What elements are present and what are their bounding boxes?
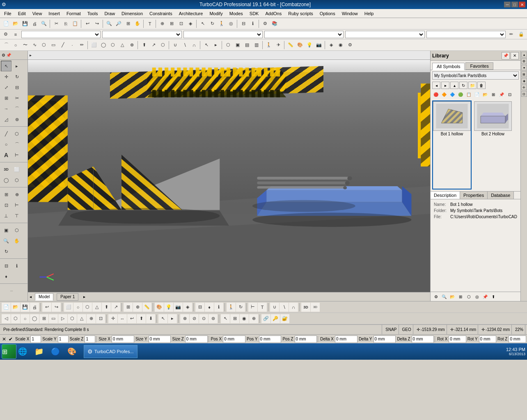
prop-side-btn[interactable]: ℹ (11, 260, 22, 271)
menu-window[interactable]: Window (339, 10, 361, 17)
lib-icon-btn-3[interactable]: 🔷 (449, 91, 456, 98)
walk-through-button[interactable]: 🚶 (264, 41, 273, 50)
more-tools-btn[interactable]: ··· (1, 285, 22, 296)
bt-light2[interactable]: 💡 (164, 303, 173, 312)
rect-button[interactable]: ▭ (49, 41, 58, 50)
3d-box-button[interactable]: ⬜ (89, 41, 99, 50)
lib-prop-tab[interactable]: Properties (460, 192, 488, 199)
lib-bt-6[interactable]: ◎ (473, 293, 481, 300)
zoom-in-button[interactable]: 🔍 (105, 19, 114, 28)
right-btn-7[interactable]: ⊡ (521, 91, 527, 97)
snap-perp-tool[interactable]: ⊥ (1, 210, 11, 221)
size-x-input[interactable]: 0 mm (112, 336, 134, 343)
line-side-tool[interactable]: ╱ (1, 128, 11, 139)
pos-x-input[interactable]: 0 mm (223, 336, 245, 343)
bt-save2[interactable]: 💾 (21, 303, 30, 312)
bt-print2[interactable]: 🖨 (30, 303, 39, 312)
bt-text2[interactable]: T (258, 303, 267, 312)
bt2-3[interactable]: ○ (21, 314, 30, 323)
light-button[interactable]: 💡 (305, 41, 314, 50)
menu-addons[interactable]: AddOns (262, 10, 285, 17)
bt2-vertex[interactable]: ▸ (168, 314, 177, 323)
bt2-14[interactable]: ↩ (127, 314, 136, 323)
menu-options[interactable]: Options (316, 10, 339, 17)
bt-redo2[interactable]: ↪ (52, 303, 61, 312)
lib-delete-btn[interactable]: 🗑 (477, 82, 486, 89)
orbit-button[interactable]: ◎ (227, 19, 236, 28)
menu-ruby[interactable]: Ruby scripts (285, 10, 316, 17)
bt-camera2[interactable]: 📷 (174, 303, 183, 312)
redo-button[interactable]: ↪ (92, 19, 101, 28)
bt2-20[interactable]: ⊚ (209, 314, 218, 323)
lib-db-tab[interactable]: Database (488, 192, 514, 199)
rotate-view-button[interactable]: ↻ (208, 19, 217, 28)
maximize-button[interactable]: □ (511, 2, 518, 7)
settings-small-button[interactable]: ⚙ (2, 30, 10, 39)
cyl-side-tool[interactable]: ⬡ (11, 175, 22, 185)
select-vertex-tool[interactable]: ▸ (211, 41, 220, 50)
lib-up-btn[interactable]: ▴ (450, 82, 458, 89)
rot-x-input[interactable]: 0 mm (449, 336, 466, 343)
3d-cone-button[interactable]: △ (118, 41, 127, 50)
lib-back-btn[interactable]: ◂ (432, 82, 440, 89)
scale-z-input[interactable]: 1 (85, 336, 95, 343)
bt-render2[interactable]: ◈ (183, 303, 192, 312)
library-item-bot2[interactable]: Bot 2 Hollow (473, 100, 513, 189)
right-btn-4[interactable]: ⊞ (521, 71, 527, 77)
bt-measure2[interactable]: 📏 (142, 303, 151, 312)
right-btn-1[interactable]: ▴ (521, 52, 527, 57)
bt2-9[interactable]: △ (77, 314, 86, 323)
bt2-13[interactable]: ↔ (118, 314, 127, 323)
rotate-tool[interactable]: ↻ (11, 71, 22, 82)
lib-icon-btn-6[interactable]: 📄 (473, 91, 481, 98)
bt-undo2[interactable]: ↩ (42, 303, 51, 312)
lib-icon-btn-4[interactable]: 🟢 (457, 91, 464, 98)
prop-button-2[interactable]: 🔒 (517, 30, 525, 39)
lib-icon-btn-7[interactable]: 📂 (481, 91, 489, 98)
lib-refresh-btn[interactable]: ↻ (459, 82, 467, 89)
style-select[interactable] (102, 31, 181, 38)
lib-close-btn[interactable]: ✕ (511, 52, 519, 59)
lib-icon-btn-1[interactable]: 🔴 (432, 91, 440, 98)
start-button[interactable]: ⊞ (2, 344, 16, 359)
render-settings-button[interactable]: ⚙ (346, 41, 355, 50)
bt-sym2[interactable]: ♦ (205, 303, 214, 312)
lib-icon-btn-8[interactable]: ⊞ (490, 91, 497, 98)
right-btn-3[interactable]: ▾ (521, 65, 527, 71)
bt-3dlabel2[interactable]: 3D (311, 303, 320, 312)
tab-paper1[interactable]: Paper 1 (57, 293, 78, 301)
pos-y-input[interactable]: 0 mm (259, 336, 282, 343)
view-front-button[interactable]: ▤ (243, 41, 252, 50)
arc-side-tool[interactable]: ⌒ (11, 139, 22, 150)
bool-int-button[interactable]: ∩ (190, 41, 199, 50)
taskbar-chrome[interactable]: 🔵 (51, 345, 66, 358)
viewport[interactable]: ▸ (28, 51, 430, 301)
bool-diff-button[interactable]: ∖ (180, 41, 189, 50)
paste-button[interactable]: 📋 (71, 19, 80, 28)
menu-modes[interactable]: Modes (226, 10, 246, 17)
box-side-tool[interactable]: ⬜ (11, 164, 22, 175)
bt2-2[interactable]: ⬡ (11, 314, 20, 323)
move-tool[interactable]: ✛ (1, 71, 11, 82)
bt-walk2[interactable]: 🚶 (227, 303, 236, 312)
pan-button[interactable]: ✋ (133, 19, 142, 28)
linetype-select[interactable] (345, 31, 424, 38)
new-button[interactable]: 📄 (2, 19, 11, 28)
library-button[interactable]: 📚 (270, 19, 279, 28)
window-controls[interactable]: ─ □ ✕ (504, 2, 525, 7)
bt2-7[interactable]: ▷ (58, 314, 67, 323)
bt-3dbox[interactable]: ⬜ (64, 303, 73, 312)
menu-sdk[interactable]: SDK (246, 10, 262, 17)
3d-sphere-button[interactable]: ◯ (99, 41, 108, 50)
extrude-button[interactable]: ⬆ (140, 41, 149, 50)
lib-bt-5[interactable]: ⬡ (465, 293, 472, 300)
poly-side-tool[interactable]: ⬡ (11, 128, 22, 139)
measure-button[interactable]: 📏 (286, 41, 295, 50)
menu-insert[interactable]: Insert (45, 10, 63, 17)
next-viewport-btn[interactable]: ▸ (83, 294, 85, 299)
3d-cyl-button[interactable]: ⬡ (108, 41, 117, 50)
material-select[interactable] (426, 31, 506, 38)
bt2-10[interactable]: ⊕ (87, 314, 96, 323)
bt-orbit2[interactable]: ↻ (236, 303, 245, 312)
view-persp-side[interactable]: ⬡ (11, 225, 22, 235)
